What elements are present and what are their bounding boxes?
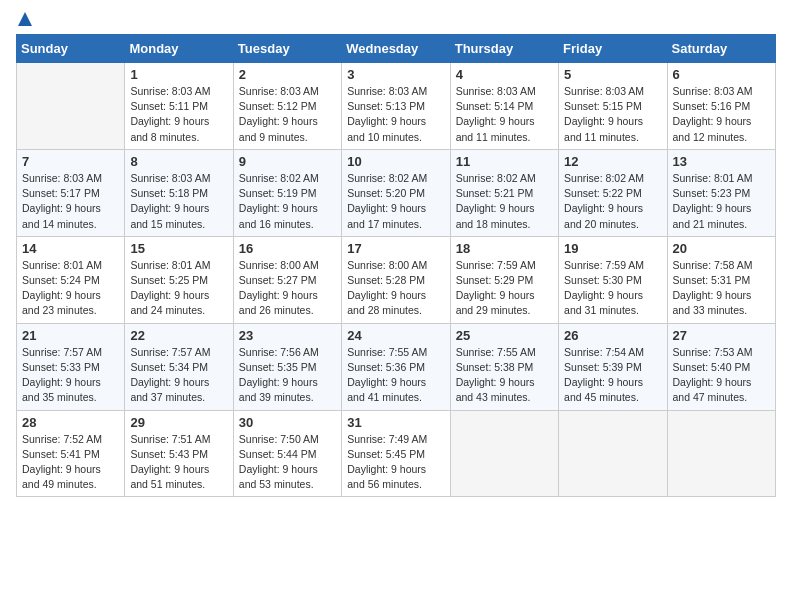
day-info: Sunrise: 8:03 AMSunset: 5:18 PMDaylight:…: [130, 171, 227, 232]
day-info: Sunrise: 8:03 AMSunset: 5:12 PMDaylight:…: [239, 84, 336, 145]
day-info: Sunrise: 7:53 AMSunset: 5:40 PMDaylight:…: [673, 345, 770, 406]
day-number: 28: [22, 415, 119, 430]
day-number: 6: [673, 67, 770, 82]
day-number: 10: [347, 154, 444, 169]
calendar-table: SundayMondayTuesdayWednesdayThursdayFrid…: [16, 34, 776, 497]
day-number: 14: [22, 241, 119, 256]
day-info: Sunrise: 7:58 AMSunset: 5:31 PMDaylight:…: [673, 258, 770, 319]
calendar-cell: 15Sunrise: 8:01 AMSunset: 5:25 PMDayligh…: [125, 236, 233, 323]
day-info: Sunrise: 7:59 AMSunset: 5:30 PMDaylight:…: [564, 258, 661, 319]
day-number: 27: [673, 328, 770, 343]
day-info: Sunrise: 7:54 AMSunset: 5:39 PMDaylight:…: [564, 345, 661, 406]
calendar-cell: 4Sunrise: 8:03 AMSunset: 5:14 PMDaylight…: [450, 63, 558, 150]
calendar-cell: 16Sunrise: 8:00 AMSunset: 5:27 PMDayligh…: [233, 236, 341, 323]
day-number: 25: [456, 328, 553, 343]
logo-triangle-icon: [18, 12, 32, 26]
calendar-cell: 13Sunrise: 8:01 AMSunset: 5:23 PMDayligh…: [667, 149, 775, 236]
day-number: 7: [22, 154, 119, 169]
day-info: Sunrise: 7:52 AMSunset: 5:41 PMDaylight:…: [22, 432, 119, 493]
calendar-cell: 10Sunrise: 8:02 AMSunset: 5:20 PMDayligh…: [342, 149, 450, 236]
day-info: Sunrise: 7:49 AMSunset: 5:45 PMDaylight:…: [347, 432, 444, 493]
calendar-cell: 24Sunrise: 7:55 AMSunset: 5:36 PMDayligh…: [342, 323, 450, 410]
day-info: Sunrise: 7:55 AMSunset: 5:36 PMDaylight:…: [347, 345, 444, 406]
calendar-cell: 21Sunrise: 7:57 AMSunset: 5:33 PMDayligh…: [17, 323, 125, 410]
day-info: Sunrise: 8:02 AMSunset: 5:19 PMDaylight:…: [239, 171, 336, 232]
day-number: 4: [456, 67, 553, 82]
calendar-cell: [17, 63, 125, 150]
calendar-cell: 29Sunrise: 7:51 AMSunset: 5:43 PMDayligh…: [125, 410, 233, 497]
calendar-cell: 17Sunrise: 8:00 AMSunset: 5:28 PMDayligh…: [342, 236, 450, 323]
day-number: 20: [673, 241, 770, 256]
calendar-cell: 1Sunrise: 8:03 AMSunset: 5:11 PMDaylight…: [125, 63, 233, 150]
day-number: 23: [239, 328, 336, 343]
calendar-cell: 30Sunrise: 7:50 AMSunset: 5:44 PMDayligh…: [233, 410, 341, 497]
calendar-cell: 11Sunrise: 8:02 AMSunset: 5:21 PMDayligh…: [450, 149, 558, 236]
day-info: Sunrise: 8:00 AMSunset: 5:28 PMDaylight:…: [347, 258, 444, 319]
calendar-cell: 2Sunrise: 8:03 AMSunset: 5:12 PMDaylight…: [233, 63, 341, 150]
day-number: 19: [564, 241, 661, 256]
calendar-cell: 23Sunrise: 7:56 AMSunset: 5:35 PMDayligh…: [233, 323, 341, 410]
day-number: 18: [456, 241, 553, 256]
day-number: 22: [130, 328, 227, 343]
day-number: 16: [239, 241, 336, 256]
calendar-cell: 6Sunrise: 8:03 AMSunset: 5:16 PMDaylight…: [667, 63, 775, 150]
day-info: Sunrise: 7:56 AMSunset: 5:35 PMDaylight:…: [239, 345, 336, 406]
calendar-cell: 26Sunrise: 7:54 AMSunset: 5:39 PMDayligh…: [559, 323, 667, 410]
day-number: 8: [130, 154, 227, 169]
calendar-cell: 27Sunrise: 7:53 AMSunset: 5:40 PMDayligh…: [667, 323, 775, 410]
weekday-header-wednesday: Wednesday: [342, 35, 450, 63]
day-number: 11: [456, 154, 553, 169]
calendar-cell: 28Sunrise: 7:52 AMSunset: 5:41 PMDayligh…: [17, 410, 125, 497]
calendar-cell: 3Sunrise: 8:03 AMSunset: 5:13 PMDaylight…: [342, 63, 450, 150]
day-number: 2: [239, 67, 336, 82]
calendar-cell: 9Sunrise: 8:02 AMSunset: 5:19 PMDaylight…: [233, 149, 341, 236]
day-info: Sunrise: 7:57 AMSunset: 5:34 PMDaylight:…: [130, 345, 227, 406]
weekday-header-tuesday: Tuesday: [233, 35, 341, 63]
day-info: Sunrise: 8:01 AMSunset: 5:23 PMDaylight:…: [673, 171, 770, 232]
day-info: Sunrise: 8:03 AMSunset: 5:13 PMDaylight:…: [347, 84, 444, 145]
day-info: Sunrise: 8:02 AMSunset: 5:22 PMDaylight:…: [564, 171, 661, 232]
calendar-cell: 8Sunrise: 8:03 AMSunset: 5:18 PMDaylight…: [125, 149, 233, 236]
day-info: Sunrise: 8:03 AMSunset: 5:14 PMDaylight:…: [456, 84, 553, 145]
calendar-cell: 12Sunrise: 8:02 AMSunset: 5:22 PMDayligh…: [559, 149, 667, 236]
weekday-header-friday: Friday: [559, 35, 667, 63]
weekday-header-thursday: Thursday: [450, 35, 558, 63]
day-info: Sunrise: 8:00 AMSunset: 5:27 PMDaylight:…: [239, 258, 336, 319]
day-info: Sunrise: 8:01 AMSunset: 5:25 PMDaylight:…: [130, 258, 227, 319]
day-number: 26: [564, 328, 661, 343]
day-number: 21: [22, 328, 119, 343]
calendar-cell: 31Sunrise: 7:49 AMSunset: 5:45 PMDayligh…: [342, 410, 450, 497]
day-info: Sunrise: 8:01 AMSunset: 5:24 PMDaylight:…: [22, 258, 119, 319]
day-info: Sunrise: 8:02 AMSunset: 5:20 PMDaylight:…: [347, 171, 444, 232]
calendar-cell: 7Sunrise: 8:03 AMSunset: 5:17 PMDaylight…: [17, 149, 125, 236]
day-number: 9: [239, 154, 336, 169]
day-number: 5: [564, 67, 661, 82]
day-number: 17: [347, 241, 444, 256]
day-info: Sunrise: 7:57 AMSunset: 5:33 PMDaylight:…: [22, 345, 119, 406]
weekday-header-saturday: Saturday: [667, 35, 775, 63]
day-number: 12: [564, 154, 661, 169]
day-number: 29: [130, 415, 227, 430]
logo: [16, 16, 34, 26]
day-info: Sunrise: 8:02 AMSunset: 5:21 PMDaylight:…: [456, 171, 553, 232]
day-number: 24: [347, 328, 444, 343]
weekday-header-sunday: Sunday: [17, 35, 125, 63]
calendar-cell: [667, 410, 775, 497]
calendar-cell: 25Sunrise: 7:55 AMSunset: 5:38 PMDayligh…: [450, 323, 558, 410]
calendar-cell: 22Sunrise: 7:57 AMSunset: 5:34 PMDayligh…: [125, 323, 233, 410]
day-info: Sunrise: 8:03 AMSunset: 5:11 PMDaylight:…: [130, 84, 227, 145]
calendar-cell: [559, 410, 667, 497]
day-number: 15: [130, 241, 227, 256]
day-number: 3: [347, 67, 444, 82]
weekday-header-monday: Monday: [125, 35, 233, 63]
day-info: Sunrise: 8:03 AMSunset: 5:16 PMDaylight:…: [673, 84, 770, 145]
day-number: 1: [130, 67, 227, 82]
day-info: Sunrise: 7:59 AMSunset: 5:29 PMDaylight:…: [456, 258, 553, 319]
day-number: 31: [347, 415, 444, 430]
calendar-cell: 14Sunrise: 8:01 AMSunset: 5:24 PMDayligh…: [17, 236, 125, 323]
day-number: 13: [673, 154, 770, 169]
day-info: Sunrise: 7:55 AMSunset: 5:38 PMDaylight:…: [456, 345, 553, 406]
day-info: Sunrise: 8:03 AMSunset: 5:15 PMDaylight:…: [564, 84, 661, 145]
calendar-cell: 5Sunrise: 8:03 AMSunset: 5:15 PMDaylight…: [559, 63, 667, 150]
calendar-cell: [450, 410, 558, 497]
